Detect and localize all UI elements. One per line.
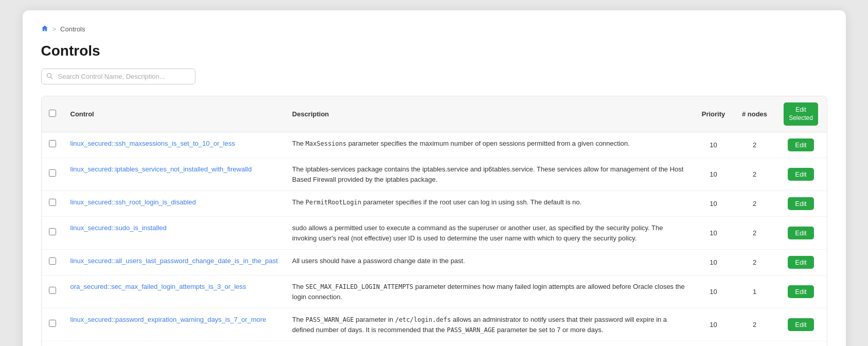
control-link-1[interactable]: linux_secured::iptables_services_not_ins… xyxy=(70,165,252,173)
header-action: EditSelected xyxy=(775,96,827,132)
breadcrumb-current: Controls xyxy=(60,25,85,33)
table-row: linux_secured::iptables_services_not_ins… xyxy=(42,158,827,191)
row-check-2 xyxy=(42,191,63,217)
row-control-5: ora_secured::sec_max_failed_login_attemp… xyxy=(63,275,285,308)
row-check-0 xyxy=(42,132,63,158)
row-check-6 xyxy=(42,308,63,341)
search-input[interactable] xyxy=(41,68,196,84)
row-priority-2: 10 xyxy=(693,191,734,217)
control-link-2[interactable]: linux_secured::ssh_root_login_is_disable… xyxy=(70,198,196,206)
row-action-7: Edit xyxy=(775,341,827,346)
row-control-2: linux_secured::ssh_root_login_is_disable… xyxy=(63,191,285,217)
table-row: linux_secured::separate_partition_exists… xyxy=(42,341,827,346)
row-desc-2: The PermitRootLogin parameter specifies … xyxy=(285,191,693,217)
edit-button-2[interactable]: Edit xyxy=(788,197,813,210)
row-nodes-3: 2 xyxy=(734,217,775,250)
row-check-3 xyxy=(42,217,63,250)
header-priority: Priority xyxy=(693,96,734,132)
control-link-3[interactable]: linux_secured::sudo_is_installed xyxy=(70,224,167,232)
header-check xyxy=(42,96,63,132)
edit-button-6[interactable]: Edit xyxy=(788,318,813,331)
page-title: Controls xyxy=(41,43,827,59)
edit-button-3[interactable]: Edit xyxy=(788,227,813,239)
row-desc-4: All users should have a password change … xyxy=(285,250,693,275)
row-priority-6: 10 xyxy=(693,308,734,341)
table-row: linux_secured::all_users_last_password_c… xyxy=(42,250,827,275)
table-row: linux_secured::ssh_maxsessions_is_set_to… xyxy=(42,132,827,158)
row-checkbox-1[interactable] xyxy=(49,169,56,177)
row-desc-3: sudo allows a permitted user to execute … xyxy=(285,217,693,250)
row-priority-5: 10 xyxy=(693,275,734,308)
row-nodes-5: 1 xyxy=(734,275,775,308)
row-desc-0: The MaxSessions parameter specifies the … xyxy=(285,132,693,158)
search-wrapper xyxy=(41,68,196,84)
main-container: > Controls Controls Control Description … xyxy=(23,10,846,346)
row-control-0: linux_secured::ssh_maxsessions_is_set_to… xyxy=(63,132,285,158)
row-nodes-0: 2 xyxy=(734,132,775,158)
breadcrumb: > Controls xyxy=(41,25,827,33)
row-priority-1: 10 xyxy=(693,158,734,191)
header-nodes: # nodes xyxy=(734,96,775,132)
header-control: Control xyxy=(63,96,285,132)
select-all-checkbox[interactable] xyxy=(49,110,56,117)
control-link-0[interactable]: linux_secured::ssh_maxsessions_is_set_to… xyxy=(70,140,235,147)
table-header-row: Control Description Priority # nodes Edi… xyxy=(42,96,827,132)
row-desc-5: The SEC_MAX_FAILED_LOGIN_ATTEMPTS parame… xyxy=(285,275,693,308)
row-action-6: Edit xyxy=(775,308,827,341)
row-control-7: linux_secured::separate_partition_exists… xyxy=(63,341,285,346)
row-nodes-2: 2 xyxy=(734,191,775,217)
table-row: ora_secured::sec_max_failed_login_attemp… xyxy=(42,275,827,308)
table-row: linux_secured::ssh_root_login_is_disable… xyxy=(42,191,827,217)
row-action-5: Edit xyxy=(775,275,827,308)
row-checkbox-2[interactable] xyxy=(49,199,56,206)
row-control-1: linux_secured::iptables_services_not_ins… xyxy=(63,158,285,191)
breadcrumb-separator: > xyxy=(52,25,57,33)
row-action-0: Edit xyxy=(775,132,827,158)
row-control-3: linux_secured::sudo_is_installed xyxy=(63,217,285,250)
row-check-1 xyxy=(42,158,63,191)
controls-table: Control Description Priority # nodes Edi… xyxy=(42,96,827,346)
svg-point-0 xyxy=(47,73,51,77)
control-link-6[interactable]: linux_secured::password_expiration_warni… xyxy=(70,316,267,323)
row-checkbox-0[interactable] xyxy=(49,140,56,147)
row-check-4 xyxy=(42,250,63,275)
row-priority-7: 10 xyxy=(693,341,734,346)
row-desc-6: The PASS_WARN_AGE parameter in /etc/logi… xyxy=(285,308,693,341)
row-checkbox-6[interactable] xyxy=(49,320,56,327)
row-nodes-7: 0 xyxy=(734,341,775,346)
row-check-5 xyxy=(42,275,63,308)
row-checkbox-5[interactable] xyxy=(49,287,56,294)
row-nodes-1: 2 xyxy=(734,158,775,191)
row-priority-4: 10 xyxy=(693,250,734,275)
controls-table-wrap: Control Description Priority # nodes Edi… xyxy=(41,96,827,346)
row-check-7 xyxy=(42,341,63,346)
row-checkbox-4[interactable] xyxy=(49,257,56,265)
table-row: linux_secured::password_expiration_warni… xyxy=(42,308,827,341)
edit-button-5[interactable]: Edit xyxy=(788,285,813,298)
header-description: Description xyxy=(285,96,693,132)
svg-line-1 xyxy=(50,77,52,78)
row-nodes-6: 2 xyxy=(734,308,775,341)
row-control-6: linux_secured::password_expiration_warni… xyxy=(63,308,285,341)
row-nodes-4: 2 xyxy=(734,250,775,275)
row-control-4: linux_secured::all_users_last_password_c… xyxy=(63,250,285,275)
row-priority-3: 10 xyxy=(693,217,734,250)
row-desc-7: The /var directory is used by daemons an… xyxy=(285,341,693,346)
edit-selected-button[interactable]: EditSelected xyxy=(784,102,818,126)
control-link-4[interactable]: linux_secured::all_users_last_password_c… xyxy=(70,257,278,265)
row-action-2: Edit xyxy=(775,191,827,217)
home-icon[interactable] xyxy=(41,25,48,33)
search-icon xyxy=(46,73,53,81)
edit-button-1[interactable]: Edit xyxy=(788,168,813,181)
control-link-5[interactable]: ora_secured::sec_max_failed_login_attemp… xyxy=(70,283,246,290)
edit-button-4[interactable]: Edit xyxy=(788,256,813,269)
row-desc-1: The iptables-services package contains t… xyxy=(285,158,693,191)
row-checkbox-3[interactable] xyxy=(49,228,56,235)
row-priority-0: 10 xyxy=(693,132,734,158)
row-action-3: Edit xyxy=(775,217,827,250)
row-action-1: Edit xyxy=(775,158,827,191)
edit-button-0[interactable]: Edit xyxy=(788,139,813,151)
row-action-4: Edit xyxy=(775,250,827,275)
table-row: linux_secured::sudo_is_installed sudo al… xyxy=(42,217,827,250)
